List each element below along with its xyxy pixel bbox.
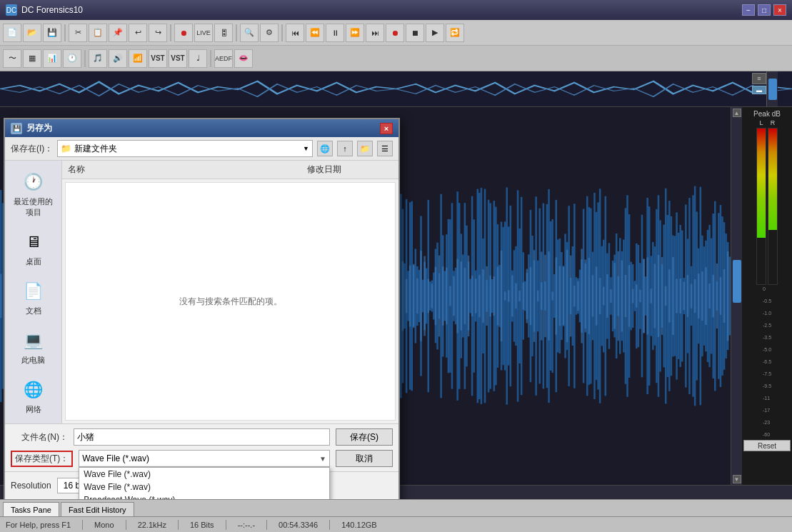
redo-btn[interactable]: ↪	[149, 24, 167, 42]
vu-bar-left	[756, 128, 766, 285]
svg-rect-525	[431, 283, 433, 308]
nav-network[interactable]: 🌐 网络	[9, 374, 58, 418]
vu-bars-container	[756, 128, 778, 285]
svg-rect-591	[672, 257, 674, 335]
filename-input[interactable]	[74, 428, 330, 446]
dialog-title-bar: 💾 另存为 ×	[5, 119, 398, 137]
scroll-up-btn[interactable]: ▲	[733, 109, 741, 117]
filter-btn[interactable]: 🔊	[109, 49, 127, 68]
nav-recent-label: 最近使用的项目	[12, 196, 55, 218]
svg-rect-226	[400, 194, 402, 398]
svg-rect-533	[460, 261, 462, 330]
svg-rect-310	[553, 274, 556, 318]
skip-end-btn[interactable]: ⏭	[366, 24, 384, 42]
svg-rect-398	[714, 201, 716, 391]
waveform-ctrl: ≡ ▬	[752, 73, 766, 94]
vu-lr-labels: L R	[756, 119, 778, 126]
maximize-button[interactable]: □	[758, 4, 771, 16]
vst2-btn[interactable]: VST	[169, 49, 187, 68]
filetype-option-0[interactable]: Wave File (*.wav)	[79, 468, 329, 481]
open-btn[interactable]: 📂	[23, 24, 41, 42]
svg-rect-537	[475, 278, 477, 313]
nav-recent[interactable]: 🕐 最近使用的项目	[9, 166, 58, 221]
dialog-close-button[interactable]: ×	[380, 123, 393, 134]
rec-btn2[interactable]: ⏺	[386, 24, 404, 42]
cancel-button[interactable]: 取消	[336, 450, 393, 467]
pause-btn[interactable]: ⏸	[326, 24, 344, 42]
svg-rect-578	[625, 275, 627, 317]
filetype-dropdown[interactable]: Wave File (*.wav) ▼ Wave File (*.wav) Wa…	[79, 450, 330, 467]
svg-rect-274	[488, 200, 490, 393]
save-toolbar-btn[interactable]: 💾	[43, 24, 61, 42]
web-btn[interactable]: 🌐	[317, 141, 333, 156]
svg-rect-334	[597, 202, 599, 389]
reset-button[interactable]: Reset	[743, 440, 791, 451]
new-btn[interactable]: 📄	[3, 24, 21, 42]
clock-btn[interactable]: 🕐	[63, 49, 81, 68]
nav-desktop[interactable]: 🖥 桌面	[9, 226, 58, 270]
vu-m05db: -0.5	[763, 298, 771, 303]
save-button[interactable]: 保存(S)	[336, 428, 393, 446]
svg-rect-306	[546, 204, 548, 388]
sep-1	[64, 24, 66, 41]
overview-scrollbar[interactable]	[766, 71, 778, 107]
waveform-expand-btn[interactable]: ≡	[752, 73, 766, 84]
scroll-down-btn[interactable]: ▼	[733, 475, 741, 483]
eq-btn[interactable]: 📊	[43, 49, 61, 68]
view-btn[interactable]: ☰	[377, 141, 393, 156]
lips-btn[interactable]: 👄	[234, 49, 253, 68]
undo-btn[interactable]: ↩	[129, 24, 147, 42]
col-name: 名称	[68, 164, 307, 176]
close-button[interactable]: ×	[773, 4, 786, 16]
location-combo[interactable]: 📁 新建文件夹 ▼	[57, 140, 313, 157]
effects-btn[interactable]: 🎛	[214, 24, 233, 42]
copy-btn[interactable]: 📋	[89, 24, 107, 42]
tab-tasks-pane[interactable]: Tasks Pane	[3, 502, 59, 516]
gain-btn[interactable]: 📶	[129, 49, 147, 68]
rewind-btn[interactable]: ⏪	[306, 24, 324, 42]
svg-rect-318	[568, 206, 570, 386]
tab-fast-edit[interactable]: Fast Edit History	[61, 502, 134, 516]
svg-rect-519	[409, 266, 411, 327]
up-btn[interactable]: ↑	[337, 141, 353, 156]
nav-computer[interactable]: 💻 此电脑	[9, 325, 58, 368]
svg-rect-350	[626, 195, 628, 396]
vu-r-label: R	[768, 119, 778, 126]
nav-docs[interactable]: 📄 文档	[9, 276, 58, 319]
svg-rect-328	[586, 196, 588, 396]
svg-rect-581	[636, 284, 638, 307]
svg-rect-548	[515, 283, 517, 309]
filetype-option-2[interactable]: Broadcast Wave (*.wav)	[79, 493, 329, 499]
skip-start-btn[interactable]: ⏮	[286, 24, 304, 42]
fast-fwd-btn[interactable]: ⏩	[346, 24, 364, 42]
vu-meter-panel: Peak dB L R	[742, 107, 792, 485]
svg-rect-538	[478, 275, 481, 318]
svg-rect-555	[541, 251, 543, 340]
aedf-btn[interactable]: AEDF	[214, 49, 233, 68]
settings-btn[interactable]: ⚙	[260, 24, 279, 42]
stop-btn[interactable]: ⏹	[406, 24, 424, 42]
play-btn[interactable]: ▶	[426, 24, 444, 42]
filetype-option-1[interactable]: Wave File (*.wav)	[79, 481, 329, 493]
svg-rect-356	[638, 245, 640, 347]
minimize-button[interactable]: −	[742, 4, 755, 16]
cut-btn[interactable]: ✂	[69, 24, 87, 42]
svg-rect-535	[468, 256, 470, 336]
spectrum-btn[interactable]: ▦	[23, 49, 41, 68]
zoom-in-btn[interactable]: 🔍	[240, 24, 259, 42]
filetype-combo[interactable]: Wave File (*.wav) ▼	[79, 450, 330, 467]
vst-btn[interactable]: VST	[149, 49, 167, 68]
new-folder-btn[interactable]: 📁	[357, 141, 373, 156]
record-btn[interactable]: ⏺	[174, 24, 193, 42]
loop-btn[interactable]: 🔁	[446, 24, 464, 42]
pitch-btn[interactable]: 🎵	[89, 49, 107, 68]
waveform-mini-btn[interactable]: ▬	[752, 86, 766, 94]
midi-btn[interactable]: ♩	[189, 49, 207, 68]
live-btn[interactable]: LIVE	[194, 24, 213, 42]
waveform-vscrollbar[interactable]: ▲ ▼	[731, 107, 742, 485]
svg-rect-541	[489, 276, 491, 316]
paste-btn[interactable]: 📌	[109, 24, 127, 42]
svg-rect-228	[403, 264, 406, 328]
wave-btn[interactable]: 〜	[3, 49, 21, 68]
waveform-overview: ≡ ▬	[0, 71, 792, 107]
